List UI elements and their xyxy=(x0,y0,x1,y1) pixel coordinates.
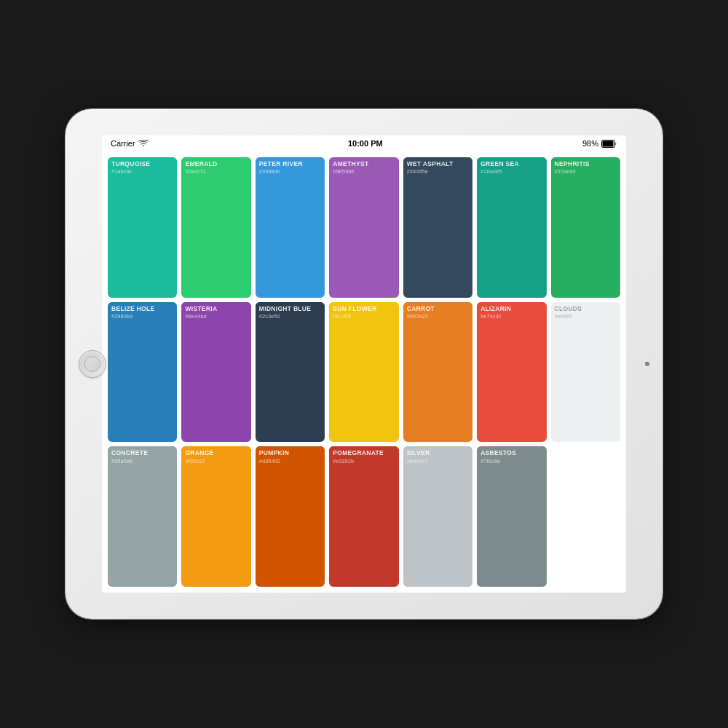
color-card[interactable]: BELIZE HOLE#2980b9 xyxy=(108,302,177,443)
color-hex: #2ecc71 xyxy=(185,168,247,175)
color-card[interactable]: WET ASPHALT#34495e xyxy=(403,157,472,298)
color-name: ALIZARIN xyxy=(480,305,542,312)
battery-icon xyxy=(601,140,617,148)
color-card[interactable]: SUN FLOWER#f1c40f xyxy=(329,302,398,443)
status-bar: Carrier 10:00 PM 98% xyxy=(102,135,626,151)
color-card[interactable]: ASBESTOS#7f8c8d xyxy=(477,446,546,587)
color-hex: #9b59b6 xyxy=(333,168,395,175)
carrier-label: Carrier xyxy=(111,139,135,148)
color-card[interactable]: WISTERIA#8e44ad xyxy=(181,302,250,443)
color-card[interactable]: TURQUOISE#1abc9c xyxy=(108,157,177,298)
color-card[interactable]: POMEGRANATE#c0392b xyxy=(329,446,398,587)
color-card[interactable]: MIDNIGHT BLUE#2c3e50 xyxy=(256,302,325,443)
color-hex: #e67e22 xyxy=(407,313,469,320)
color-card[interactable]: GREEN SEA#16a085 xyxy=(477,157,546,298)
color-hex: #95a5a6 xyxy=(111,458,173,464)
color-card[interactable]: PUMPKIN#d35400 xyxy=(256,446,325,587)
color-card[interactable]: NEPHRITIS#27ae60 xyxy=(551,157,620,298)
color-card[interactable]: EMERALD#2ecc71 xyxy=(181,157,250,298)
status-right: 98% xyxy=(582,139,617,148)
color-hex: #7f8c8d xyxy=(480,458,542,464)
color-name: BELIZE HOLE xyxy=(111,305,173,312)
color-hex: #f1c40f xyxy=(333,313,395,320)
color-hex: #2c3e50 xyxy=(259,313,321,320)
color-grid: TURQUOISE#1abc9cEMERALD#2ecc71PETER RIVE… xyxy=(108,157,620,587)
home-button-inner xyxy=(84,356,100,372)
color-card[interactable]: CLOUDS#ecf0f1 xyxy=(551,302,620,443)
color-name: ASBESTOS xyxy=(480,449,542,456)
color-grid-container: TURQUOISE#1abc9cEMERALD#2ecc71PETER RIVE… xyxy=(102,151,626,593)
color-hex: #f39c12 xyxy=(185,458,247,464)
wifi-icon xyxy=(138,140,149,147)
ipad-screen: Carrier 10:00 PM 98% xyxy=(102,135,626,593)
color-hex: #34495e xyxy=(407,168,469,175)
color-card[interactable]: CONCRETE#95a5a6 xyxy=(108,446,177,587)
color-hex: #16a085 xyxy=(480,168,542,175)
color-card[interactable]: CARROT#e67e22 xyxy=(403,302,472,443)
color-hex: #3498db xyxy=(259,168,321,175)
color-hex: #bdc3c7 xyxy=(407,458,469,464)
battery-percentage: 98% xyxy=(582,139,598,148)
ipad-device: Carrier 10:00 PM 98% xyxy=(66,109,662,619)
color-hex: #c0392b xyxy=(333,458,395,464)
status-left: Carrier xyxy=(111,139,149,148)
color-name: WISTERIA xyxy=(185,305,247,312)
color-name: PUMPKIN xyxy=(259,449,321,456)
color-name: WET ASPHALT xyxy=(407,160,469,167)
color-name: CARROT xyxy=(407,305,469,312)
camera-dot xyxy=(645,362,649,366)
color-name: AMETHYST xyxy=(333,160,395,167)
color-hex: #2980b9 xyxy=(111,313,173,320)
color-name: PETER RIVER xyxy=(259,160,321,167)
color-name: SUN FLOWER xyxy=(333,305,395,312)
color-card[interactable]: SILVER#bdc3c7 xyxy=(403,446,472,587)
color-hex: #8e44ad xyxy=(185,313,247,320)
color-name: EMERALD xyxy=(185,160,247,167)
color-name: MIDNIGHT BLUE xyxy=(259,305,321,312)
color-hex: #1abc9c xyxy=(111,168,173,175)
color-hex: #e74c3c xyxy=(480,313,542,320)
status-time: 10:00 PM xyxy=(348,139,383,148)
svg-rect-1 xyxy=(602,141,613,146)
color-card[interactable]: ALIZARIN#e74c3c xyxy=(477,302,546,443)
color-name: GREEN SEA xyxy=(480,160,542,167)
color-card[interactable]: AMETHYST#9b59b6 xyxy=(329,157,398,298)
color-name: TURQUOISE xyxy=(111,160,173,167)
color-hex: #d35400 xyxy=(259,458,321,464)
color-hex: #ecf0f1 xyxy=(555,313,617,320)
home-button[interactable] xyxy=(79,350,106,378)
color-name: POMEGRANATE xyxy=(333,449,395,456)
color-card[interactable]: ORANGE#f39c12 xyxy=(181,446,250,587)
color-card[interactable]: PETER RIVER#3498db xyxy=(256,157,325,298)
color-hex: #27ae60 xyxy=(555,168,617,175)
color-name: CONCRETE xyxy=(111,449,173,456)
color-name: CLOUDS xyxy=(555,305,617,312)
color-name: NEPHRITIS xyxy=(555,160,617,167)
color-name: SILVER xyxy=(407,449,469,456)
color-name: ORANGE xyxy=(185,449,247,456)
